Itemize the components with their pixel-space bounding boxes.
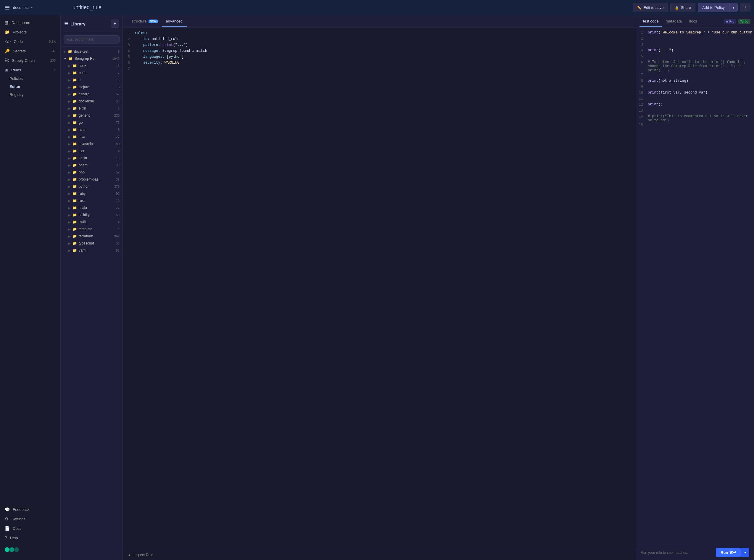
lib-item-clojure[interactable]: ▶ 📁 clojure 5 [65, 83, 123, 91]
right-line-9: 9 [636, 84, 754, 90]
lib-item-c[interactable]: ▶ 📁 c 16 [65, 76, 123, 83]
lib-item-dockerfile[interactable]: ▶ 📁 dockerfile 35 [65, 98, 123, 105]
diamond-icon: ◈ [726, 20, 728, 23]
main-layout: ▦ Dashboard 📁 Projects </> Code 5.9K 🔑 S… [0, 15, 754, 560]
org-chevron-icon[interactable]: ▾ [31, 6, 33, 9]
lib-item-json[interactable]: ▶ 📁 json 4 [65, 147, 123, 155]
lib-item-swift[interactable]: ▶ 📁 swift 4 [65, 218, 123, 225]
run-group: Run ⌘↵ ▾ [716, 548, 749, 557]
chevron-right-icon: ▶ [68, 185, 71, 188]
sidebar-item-supply-chain[interactable]: ⛓ Supply Chain 235 [0, 56, 60, 65]
sidebar-item-help[interactable]: ? Help [0, 533, 60, 542]
lib-item-ocaml[interactable]: ▶ 📁 ocaml 33 [65, 162, 123, 169]
lib-item-python[interactable]: ▶ 📁 python 375 [65, 183, 123, 190]
chevron-right-icon: ▶ [68, 78, 71, 82]
lock-icon [675, 5, 679, 10]
lib-item-docs-test[interactable]: ▶ 📁 docs-test 3 [61, 48, 123, 55]
chevron-right-icon: ▶ [68, 142, 71, 146]
library-search-input[interactable] [64, 35, 120, 43]
lib-item-csharp[interactable]: ▶ 📁 csharp 52 [65, 91, 123, 98]
chevron-right-icon: ▶ [68, 214, 71, 217]
sidebar-item-editor[interactable]: Editor [5, 83, 60, 91]
lib-item-bash[interactable]: ▶ 📁 bash 7 [65, 69, 123, 76]
feedback-icon: 💬 [5, 507, 10, 512]
lib-item-kotlin[interactable]: ▶ 📁 kotlin 13 [65, 155, 123, 162]
chevron-right-icon: ▶ [68, 135, 71, 139]
folder-icon: 📁 [73, 127, 77, 132]
tab-advanced[interactable]: advanced [162, 16, 187, 27]
folder-icon: 📁 [73, 199, 77, 203]
org-name[interactable]: docs-test [13, 5, 29, 10]
svg-point-1 [9, 547, 14, 552]
folder-icon: 📁 [73, 135, 77, 139]
lib-item-php[interactable]: ▶ 📁 php 59 [65, 169, 123, 176]
folder-icon: 📁 [73, 177, 77, 181]
lib-item-html[interactable]: ▶ 📁 html 6 [65, 126, 123, 133]
lib-item-rust[interactable]: ▶ 📁 rust 10 [65, 197, 123, 204]
settings-icon: ⚙ [5, 517, 8, 521]
sidebar-item-settings[interactable]: ⚙ Settings [0, 514, 60, 524]
library-add-button[interactable]: + [111, 20, 119, 28]
sidebar-item-policies[interactable]: Policies [5, 75, 60, 83]
right-badges: ◈ Pro Turbo [724, 19, 751, 24]
add-to-policy-group: Add to Policy ▾ [698, 3, 738, 12]
lib-item-javascript[interactable]: ▶ 📁 javascript 180 [65, 140, 123, 147]
right-content[interactable]: 1 print("Welcome to Semgrep!" + "Use our… [636, 28, 754, 545]
run-dropdown-button[interactable]: ▾ [741, 548, 749, 557]
sidebar-item-projects[interactable]: 📁 Projects [0, 27, 60, 37]
policy-dropdown-button[interactable]: ▾ [729, 3, 738, 12]
sidebar-item-rules[interactable]: ⊞ Rules ▾ [0, 65, 60, 75]
sidebar-item-docs[interactable]: 📄 Docs [0, 524, 60, 533]
sidebar-item-feedback[interactable]: 💬 Feedback [0, 505, 60, 514]
library-title: ☰ Library [64, 21, 85, 26]
lib-item-typescript[interactable]: ▶ 📁 typescript 30 [65, 240, 123, 247]
topbar-left: docs-test ▾ [3, 5, 64, 11]
folder-icon: 📁 [5, 29, 10, 34]
editor-content[interactable]: 1 rules: 2 - id: untitled_rule 3 pattern… [123, 28, 636, 549]
right-line-6: 6 # To detect ALL calls to the print() f… [636, 60, 754, 73]
share-button[interactable]: Share [670, 3, 695, 12]
lib-item-java[interactable]: ▶ 📁 java 127 [65, 133, 123, 140]
sidebar-item-registry[interactable]: Registry [5, 91, 60, 99]
hamburger-menu[interactable] [3, 5, 11, 11]
status-text: Run your rule to see matches. [641, 551, 688, 555]
chevron-right-icon: ▶ [68, 220, 71, 224]
folder-icon: 📁 [73, 85, 77, 89]
more-options-button[interactable]: ⋮ [740, 3, 751, 12]
lib-item-ruby[interactable]: ▶ 📁 ruby 92 [65, 190, 123, 197]
lib-item-semgrep-re[interactable]: ▼ 📁 Semgrep Re... 1942 [61, 55, 123, 62]
lib-item-yaml[interactable]: ▶ 📁 yaml 83 [65, 247, 123, 254]
tab-structure[interactable]: structure NEW [127, 16, 162, 27]
sidebar-item-code[interactable]: </> Code 5.9K [0, 37, 60, 46]
lib-item-go[interactable]: ▶ 📁 go 77 [65, 119, 123, 126]
add-to-policy-button[interactable]: Add to Policy [698, 3, 729, 12]
lib-item-scala[interactable]: ▶ 📁 scala 27 [65, 204, 123, 211]
sidebar-nav: ▦ Dashboard 📁 Projects </> Code 5.9K 🔑 S… [0, 15, 60, 502]
sidebar-logo [0, 542, 60, 558]
right-line-3: 3 [636, 42, 754, 48]
link-icon: ⛓ [5, 58, 9, 63]
run-button[interactable]: Run ⌘↵ [716, 548, 741, 557]
code-icon: </> [5, 39, 11, 44]
lib-item-generic[interactable]: ▶ 📁 generic 233 [65, 112, 123, 119]
tab-metadata[interactable]: metadata [662, 16, 685, 27]
lib-item-problem-bas[interactable]: ▶ 📁 problem-bas... 37 [65, 176, 123, 183]
right-footer: Run your rule to see matches. Run ⌘↵ ▾ [636, 545, 754, 560]
topbar-middle: untitled_rule [66, 4, 630, 11]
sidebar-item-dashboard[interactable]: ▦ Dashboard [0, 18, 60, 27]
edit-to-save-button[interactable]: ✏️ Edit to save [633, 3, 668, 12]
tab-docs[interactable]: docs [685, 16, 700, 27]
lib-item-apex[interactable]: ▶ 📁 apex 18 [65, 62, 123, 69]
right-line-10: 10 print(first_var, second_var) [636, 90, 754, 96]
right-line-1: 1 print("Welcome to Semgrep!" + "Use our… [636, 30, 754, 36]
chevron-right-icon: ▶ [68, 242, 71, 245]
rules-children: Policies Editor Registry [0, 75, 60, 99]
sidebar-item-secrets[interactable]: 🔑 Secrets 32 [0, 46, 60, 56]
lib-item-terraform[interactable]: ▶ 📁 terraform 362 [65, 233, 123, 240]
lib-item-elixir[interactable]: ▶ 📁 elixir 7 [65, 105, 123, 112]
tab-test-code[interactable]: test code [639, 16, 662, 27]
lib-item-solidity[interactable]: ▶ 📁 solidity 49 [65, 211, 123, 218]
lib-item-template[interactable]: ▶ 📁 template 1 [65, 225, 123, 233]
chevron-right-icon: ▶ [68, 235, 71, 238]
svg-point-0 [5, 547, 9, 552]
